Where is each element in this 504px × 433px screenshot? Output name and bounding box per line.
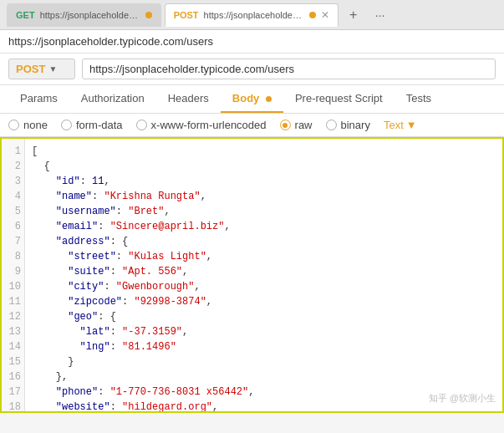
tab-params[interactable]: Params: [8, 85, 69, 113]
tab-post-close[interactable]: ✕: [321, 9, 329, 21]
radio-form-data: [61, 120, 72, 130]
get-method-label: GET: [16, 10, 35, 20]
method-value: POST: [16, 63, 45, 75]
tab-body[interactable]: Body: [221, 85, 283, 113]
body-type-urlencoded[interactable]: x-www-form-urlencoded: [136, 119, 267, 131]
body-type-row: none form-data x-www-form-urlencoded raw…: [0, 114, 504, 137]
method-select[interactable]: POST ▼: [8, 59, 75, 79]
tab-post[interactable]: POST https://jsonplaceholder.typicode.co…: [165, 3, 339, 27]
text-format-chevron-icon: ▼: [406, 119, 417, 131]
tab-authorization[interactable]: Authorization: [69, 85, 156, 113]
breadcrumb-text: https://jsonplaceholder.typicode.com/use…: [8, 35, 213, 48]
tab-tests[interactable]: Tests: [395, 85, 443, 113]
tabs-nav: Params Authorization Headers Body Pre-re…: [0, 85, 504, 114]
radio-none: [8, 120, 19, 130]
body-type-raw[interactable]: raw: [280, 119, 313, 131]
text-format-label: Text: [384, 119, 404, 131]
code-editor: 12345 678910 1112131415 1617181920 2122 …: [0, 137, 504, 413]
code-wrapper: 12345 678910 1112131415 1617181920 2122 …: [2, 139, 502, 411]
url-input[interactable]: [82, 59, 496, 79]
tab-get-dot: [145, 12, 152, 18]
body-tab-dot: [266, 96, 272, 102]
tab-get-url: https://jsonplaceholder.typicode.co: [40, 10, 140, 20]
line-numbers: 12345 678910 1112131415 1617181920 2122: [2, 139, 25, 411]
radio-raw: [280, 120, 291, 130]
tab-headers[interactable]: Headers: [156, 85, 221, 113]
body-type-none[interactable]: none: [8, 119, 48, 131]
tab-pre-request-script[interactable]: Pre-request Script: [283, 85, 395, 113]
new-tab-button[interactable]: +: [342, 3, 365, 27]
tab-post-url: https://jsonplaceholder.typicode.cod: [204, 10, 304, 20]
tab-post-dot: [309, 12, 316, 18]
radio-urlencoded: [136, 120, 147, 130]
tab-get[interactable]: GET https://jsonplaceholder.typicode.co: [7, 3, 161, 27]
code-content[interactable]: [ { "id": 11, "name": "Krishna Rungta", …: [25, 139, 502, 411]
more-tabs-button[interactable]: ···: [369, 3, 392, 27]
text-format-dropdown[interactable]: Text ▼: [384, 119, 417, 131]
url-breadcrumb: https://jsonplaceholder.typicode.com/use…: [0, 30, 504, 53]
post-method-label: POST: [174, 10, 199, 20]
radio-binary: [326, 120, 337, 130]
request-row: POST ▼: [0, 53, 504, 85]
tab-bar: GET https://jsonplaceholder.typicode.co …: [0, 0, 504, 30]
body-type-binary[interactable]: binary: [326, 119, 370, 131]
method-chevron-icon: ▼: [48, 64, 57, 74]
body-type-form-data[interactable]: form-data: [61, 119, 123, 131]
